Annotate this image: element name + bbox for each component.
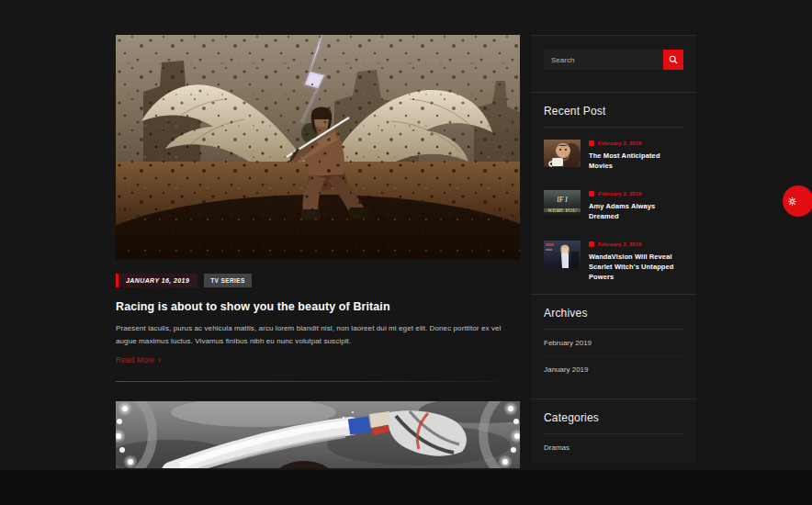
post2-featured-image[interactable] [116,401,520,468]
search-input[interactable] [544,50,663,70]
recent-post-date-text: February 2, 2019 [598,241,641,247]
recent-post-title[interactable]: WandaVision Will Reveal Scarlet Witch's … [589,252,683,282]
archives-widget: Archives February 2019 January 2019 [531,294,696,398]
post-meta-row: JANUARY 16, 2019 TV SERIES [116,274,520,286]
main-column: JANUARY 16, 2019 TV SERIES Racing is abo… [116,35,520,468]
calendar-icon [589,241,594,247]
recent-post-item[interactable]: February 2, 2019 WandaVision Will Reveal… [544,241,683,282]
sidebar: Recent Post [531,35,696,464]
recent-post-title[interactable]: The Most Anticipated Movies [589,151,683,171]
recent-post-item[interactable]: February 2, 2019 The Most Anticipated Mo… [544,140,683,171]
archive-link-january-2019[interactable]: January 2019 [544,356,683,382]
categories-heading: Categories [544,411,683,424]
search-icon [669,55,678,64]
archive-link-february-2019[interactable]: February 2019 [544,330,683,356]
recent-post-thumbnail [544,140,581,167]
post-date-badge: JANUARY 16, 2019 [116,274,197,287]
search-widget [531,35,696,92]
coffee-man-thumbnail [544,140,581,167]
recent-post-title[interactable]: Amy Adams Always Dreamed [589,201,683,221]
recent-post-date-text: February 2, 2019 [598,140,641,146]
chevron-right-icon: › [158,355,161,365]
wandavision-thumbnail [544,241,581,268]
calendar-icon [589,191,594,196]
footer-band [0,470,812,505]
poster-text-line2: WERE YOU [547,207,578,213]
gear-icon [788,197,796,206]
post-title[interactable]: Racing is about to show you the beauty o… [116,300,520,313]
recent-post-thumbnail: IF I WERE YOU [544,190,581,218]
fantasy-warrior-image [116,35,520,260]
search-button[interactable] [663,50,683,70]
recent-post-thumbnail [544,241,581,268]
post-excerpt: Praesent iaculis, purus ac vehicula matt… [116,322,520,347]
categories-widget: Categories Dramas [531,398,696,464]
post-featured-image[interactable] [116,35,520,260]
recent-post-date-text: February 2, 2019 [598,191,641,196]
post-category-badge[interactable]: TV SERIES [204,274,252,287]
goalkeeper-image [116,401,520,468]
read-more-label: Read More [116,355,154,365]
movie-poster-thumbnail: IF I WERE YOU [544,190,581,218]
theme-settings-button[interactable] [783,185,812,217]
recent-posts-heading: Recent Post [544,105,683,118]
post-divider [116,381,520,382]
recent-post-item[interactable]: IF I WERE YOU February 2, 2019 Amy Adams… [544,190,683,221]
poster-text-line1: IF I [556,196,568,204]
recent-post-date: February 2, 2019 [589,241,683,247]
heading-divider [544,127,683,128]
category-link-dramas[interactable]: Dramas [544,434,683,460]
recent-posts-widget: Recent Post [531,92,696,294]
archives-heading: Archives [544,307,683,320]
recent-post-date: February 2, 2019 [589,140,683,146]
recent-post-date: February 2, 2019 [589,191,683,196]
read-more-link[interactable]: Read More› [116,355,161,365]
calendar-icon [589,140,594,146]
